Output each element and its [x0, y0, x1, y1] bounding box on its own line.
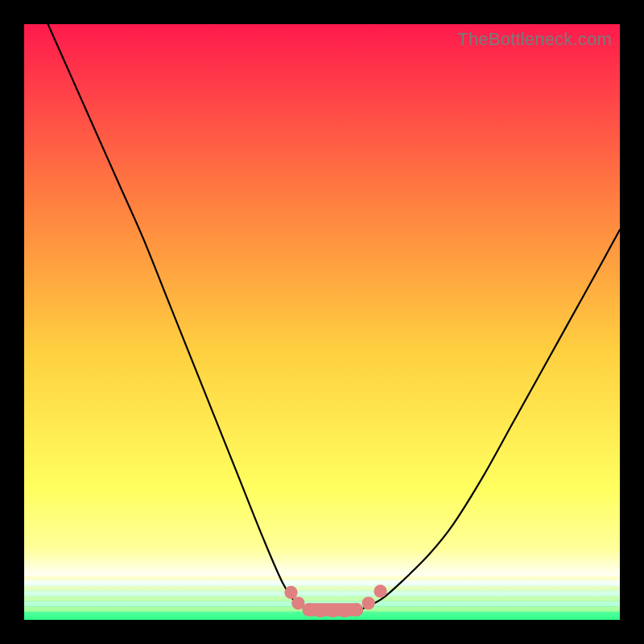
highlight-marker: [350, 603, 363, 616]
highlight-marker: [362, 597, 375, 609]
outer-frame: TheBottleneck.com: [0, 0, 644, 644]
highlight-marker: [284, 586, 297, 599]
background-gradient: [24, 24, 620, 620]
watermark-text: TheBottleneck.com: [457, 29, 612, 50]
highlight-marker: [374, 584, 386, 597]
highlight-marker: [314, 605, 327, 617]
plot-area: TheBottleneck.com: [24, 24, 620, 620]
highlight-marker: [338, 605, 351, 617]
highlight-marker: [326, 605, 339, 617]
highlight-marker: [303, 603, 316, 616]
chart-svg: [24, 24, 620, 620]
